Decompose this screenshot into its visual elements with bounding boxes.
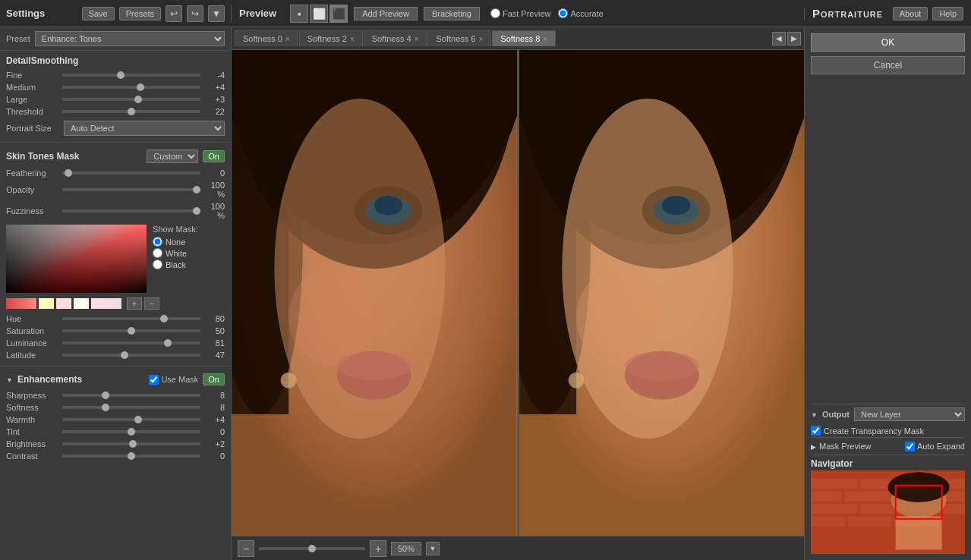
feathering-value: 0 <box>203 168 225 178</box>
luminance-slider[interactable] <box>62 341 200 344</box>
eyedropper-remove-button[interactable]: − <box>144 297 159 310</box>
black-radio[interactable] <box>153 260 162 269</box>
use-mask-checkbox[interactable] <box>149 375 159 385</box>
hue-slider-row: Hue 80 <box>0 313 231 325</box>
create-transparency-checkbox[interactable] <box>811 426 821 436</box>
fast-preview-input[interactable] <box>490 8 500 18</box>
black-radio-label[interactable]: Black <box>153 260 198 269</box>
preset-select[interactable]: Enhance: Tones <box>35 31 225 46</box>
tab-close-0[interactable]: × <box>285 35 290 43</box>
opacity-slider[interactable] <box>62 188 200 191</box>
fuzziness-slider[interactable] <box>62 209 200 212</box>
skin-tones-mask-title: Skin Tones Mask <box>6 151 142 162</box>
more-options-button[interactable]: ▼ <box>208 5 225 22</box>
navigator-thumbnail[interactable] <box>811 470 965 554</box>
preview-mode-group: Fast Preview Accurate <box>490 8 604 18</box>
view-split-icon[interactable]: ⬜ <box>310 5 328 23</box>
svg-rect-29 <box>811 479 857 489</box>
tab-softness-0[interactable]: Softness 0 × <box>235 30 298 46</box>
help-button[interactable]: Help <box>932 7 963 20</box>
settings-title: Settings <box>6 8 77 19</box>
warmth-slider[interactable] <box>62 418 200 421</box>
none-radio[interactable] <box>153 237 162 247</box>
mask-preview-collapse-icon[interactable] <box>811 441 816 451</box>
presets-button[interactable]: Presets <box>119 7 161 20</box>
undo-button[interactable]: ↩ <box>166 5 182 22</box>
tab-softness-8[interactable]: Softness 8 × <box>492 30 556 46</box>
tab-close-1[interactable]: × <box>350 35 355 43</box>
view-dual-icon[interactable]: ⬛ <box>329 5 348 23</box>
add-preview-button[interactable]: Add Preview <box>354 7 418 20</box>
hsl-sliders: Hue 80 Saturation 50 Luminance 81 Latitu… <box>0 311 231 363</box>
skin-tones-on-button[interactable]: On <box>203 150 225 162</box>
enhancements-collapse-icon[interactable] <box>6 376 13 384</box>
tab-close-3[interactable]: × <box>478 35 483 43</box>
brightness-slider[interactable] <box>62 442 200 445</box>
feathering-slider[interactable] <box>62 171 200 175</box>
threshold-slider[interactable] <box>62 110 200 113</box>
color-gradient-box[interactable] <box>6 225 147 293</box>
zoom-value-input[interactable] <box>391 542 421 555</box>
portraiture-header: Portraiture About Help <box>804 7 971 20</box>
zoom-out-button[interactable]: − <box>238 540 254 557</box>
transparency-row: Create Transparency Mask <box>811 424 965 437</box>
eyedropper-add-button[interactable]: + <box>127 297 142 310</box>
saturation-slider[interactable] <box>62 329 200 332</box>
tint-slider[interactable] <box>62 430 200 433</box>
white-radio-label[interactable]: White <box>153 248 198 258</box>
tint-slider-row: Tint 0 <box>0 426 231 438</box>
output-select[interactable]: New Layer Current Layer <box>854 407 965 421</box>
auto-expand-label: Auto Expand <box>917 442 965 451</box>
portrait-size-select[interactable]: Auto Detect <box>64 121 225 136</box>
zoom-dropdown-button[interactable]: ▼ <box>426 542 440 555</box>
save-button[interactable]: Save <box>82 7 115 20</box>
tab-softness-2[interactable]: Softness 2 × <box>299 30 363 46</box>
tab-close-4[interactable]: × <box>543 35 547 43</box>
accurate-input[interactable] <box>558 8 568 18</box>
use-mask-label: Use Mask <box>161 375 198 384</box>
enhancements-on-button[interactable]: On <box>203 373 225 385</box>
tab-close-2[interactable]: × <box>415 35 419 43</box>
tab-nav-prev-button[interactable]: ◀ <box>772 32 786 46</box>
view-single-icon[interactable]: ▪ <box>290 5 308 23</box>
accurate-radio[interactable]: Accurate <box>558 8 603 18</box>
saturation-slider-row: Saturation 50 <box>0 325 231 337</box>
contrast-slider[interactable] <box>62 455 200 458</box>
cancel-button[interactable]: Cancel <box>811 56 965 74</box>
saturation-label: Saturation <box>6 326 59 335</box>
white-radio[interactable] <box>153 248 162 258</box>
swatch-5[interactable] <box>91 298 121 309</box>
detail-smoothing-title: DetailSmoothing <box>0 51 231 69</box>
zoom-in-button[interactable]: + <box>370 540 386 557</box>
fine-slider[interactable] <box>62 74 200 77</box>
tab-softness-6[interactable]: Softness 6 × <box>427 30 491 46</box>
latitude-slider[interactable] <box>62 354 200 357</box>
svg-point-10 <box>374 196 403 216</box>
output-collapse-icon[interactable] <box>811 411 818 419</box>
swatch-3[interactable] <box>56 298 71 309</box>
large-slider[interactable] <box>62 98 200 101</box>
contrast-label: Contrast <box>6 451 59 461</box>
tab-softness-4[interactable]: Softness 4 × <box>364 30 427 46</box>
about-button[interactable]: About <box>893 7 928 20</box>
softness-slider[interactable] <box>62 406 200 409</box>
redo-button[interactable]: ↪ <box>187 5 203 22</box>
softness-slider-row: Softness 8 <box>0 401 231 414</box>
fast-preview-radio[interactable]: Fast Preview <box>490 8 551 18</box>
sharpness-slider[interactable] <box>62 394 200 397</box>
use-mask-checkbox-group: Use Mask <box>149 375 198 385</box>
swatch-1[interactable] <box>6 298 36 309</box>
bracketing-button[interactable]: Bracketing <box>424 7 480 20</box>
hue-slider[interactable] <box>62 317 200 320</box>
swatch-2[interactable] <box>39 298 54 309</box>
auto-expand-checkbox[interactable] <box>905 442 915 451</box>
skin-tones-mode-select[interactable]: Custom Auto <box>147 149 198 163</box>
fuzziness-label: Fuzziness <box>6 206 59 216</box>
ok-button[interactable]: OK <box>811 33 965 52</box>
swatch-4[interactable] <box>74 298 89 309</box>
tab-nav-next-button[interactable]: ▶ <box>787 32 801 46</box>
medium-slider[interactable] <box>62 86 200 89</box>
none-radio-label[interactable]: None <box>153 237 198 247</box>
large-slider-row: Large +3 <box>0 93 231 105</box>
zoom-slider[interactable] <box>259 547 365 550</box>
